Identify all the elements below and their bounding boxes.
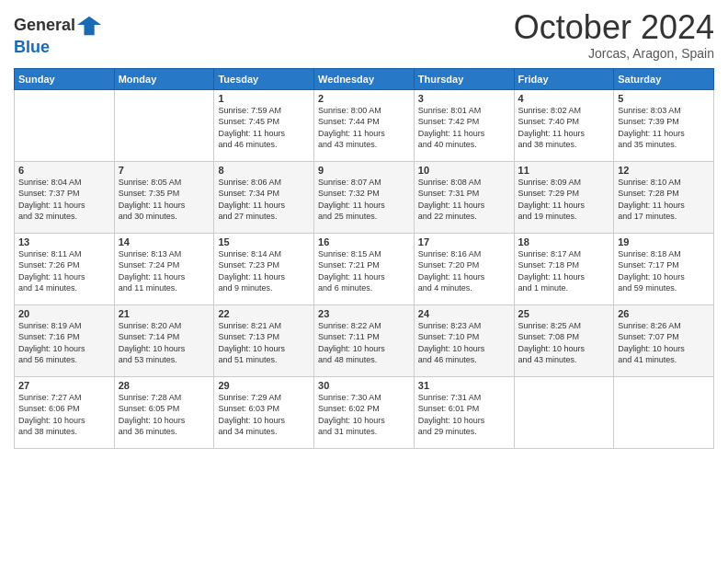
day-info: Sunrise: 7:59 AM Sunset: 7:45 PM Dayligh…: [218, 105, 310, 151]
calendar-cell: 30Sunrise: 7:30 AM Sunset: 6:02 PM Dayli…: [314, 376, 415, 448]
title-area: October 2024 Jorcas, Aragon, Spain: [514, 9, 714, 61]
calendar-cell: 23Sunrise: 8:22 AM Sunset: 7:11 PM Dayli…: [314, 304, 415, 376]
header-row: SundayMondayTuesdayWednesdayThursdayFrid…: [15, 68, 714, 89]
calendar-cell: 3Sunrise: 8:01 AM Sunset: 7:42 PM Daylig…: [414, 89, 514, 161]
calendar-cell: 5Sunrise: 8:03 AM Sunset: 7:39 PM Daylig…: [614, 89, 714, 161]
day-info: Sunrise: 8:20 AM Sunset: 7:14 PM Dayligh…: [119, 320, 210, 366]
week-row-1: 6Sunrise: 8:04 AM Sunset: 7:37 PM Daylig…: [15, 161, 714, 233]
calendar-cell: [15, 89, 115, 161]
day-number: 17: [418, 236, 510, 247]
calendar-cell: 22Sunrise: 8:21 AM Sunset: 7:13 PM Dayli…: [214, 304, 314, 376]
calendar-cell: 18Sunrise: 8:17 AM Sunset: 7:18 PM Dayli…: [514, 233, 614, 304]
day-number: 26: [618, 308, 710, 319]
day-info: Sunrise: 7:31 AM Sunset: 6:01 PM Dayligh…: [418, 392, 510, 438]
day-number: 15: [218, 236, 310, 247]
calendar-cell: 2Sunrise: 8:00 AM Sunset: 7:44 PM Daylig…: [314, 89, 415, 161]
day-number: 6: [18, 165, 110, 176]
calendar-cell: 10Sunrise: 8:08 AM Sunset: 7:31 PM Dayli…: [414, 161, 514, 233]
page: General Blue October 2024 Jorcas, Aragon…: [0, 0, 728, 563]
day-number: 27: [18, 380, 110, 391]
day-number: 2: [318, 93, 410, 104]
calendar-cell: 13Sunrise: 8:11 AM Sunset: 7:26 PM Dayli…: [15, 233, 115, 304]
month-title: October 2024: [514, 9, 714, 46]
day-info: Sunrise: 8:15 AM Sunset: 7:21 PM Dayligh…: [318, 248, 410, 294]
week-row-0: 1Sunrise: 7:59 AM Sunset: 7:45 PM Daylig…: [15, 89, 714, 161]
svg-marker-0: [77, 17, 101, 36]
calendar-cell: 1Sunrise: 7:59 AM Sunset: 7:45 PM Daylig…: [214, 89, 314, 161]
week-row-2: 13Sunrise: 8:11 AM Sunset: 7:26 PM Dayli…: [15, 233, 714, 304]
day-info: Sunrise: 8:01 AM Sunset: 7:42 PM Dayligh…: [418, 105, 510, 151]
header-wednesday: Wednesday: [314, 68, 415, 89]
day-info: Sunrise: 7:28 AM Sunset: 6:05 PM Dayligh…: [119, 392, 210, 438]
day-number: 3: [418, 93, 510, 104]
header: General Blue October 2024 Jorcas, Aragon…: [14, 9, 714, 61]
day-info: Sunrise: 8:19 AM Sunset: 7:16 PM Dayligh…: [18, 320, 110, 366]
calendar-cell: [514, 376, 614, 448]
calendar-cell: 12Sunrise: 8:10 AM Sunset: 7:28 PM Dayli…: [614, 161, 714, 233]
day-info: Sunrise: 7:27 AM Sunset: 6:06 PM Dayligh…: [18, 392, 110, 438]
logo-line1: General: [14, 17, 75, 35]
calendar-cell: [614, 376, 714, 448]
day-info: Sunrise: 8:02 AM Sunset: 7:40 PM Dayligh…: [518, 105, 610, 151]
day-info: Sunrise: 8:26 AM Sunset: 7:07 PM Dayligh…: [618, 320, 710, 366]
day-number: 9: [318, 165, 410, 176]
day-info: Sunrise: 8:23 AM Sunset: 7:10 PM Dayligh…: [418, 320, 510, 366]
day-info: Sunrise: 8:08 AM Sunset: 7:31 PM Dayligh…: [418, 177, 510, 223]
day-number: 18: [518, 236, 610, 247]
day-info: Sunrise: 8:11 AM Sunset: 7:26 PM Dayligh…: [18, 248, 110, 294]
day-number: 19: [618, 236, 710, 247]
calendar-cell: 7Sunrise: 8:05 AM Sunset: 7:35 PM Daylig…: [114, 161, 214, 233]
calendar-table: SundayMondayTuesdayWednesdayThursdayFrid…: [14, 68, 714, 449]
day-info: Sunrise: 8:13 AM Sunset: 7:24 PM Dayligh…: [119, 248, 210, 294]
day-number: 31: [418, 380, 510, 391]
header-monday: Monday: [114, 68, 214, 89]
day-number: 11: [518, 165, 610, 176]
day-info: Sunrise: 8:03 AM Sunset: 7:39 PM Dayligh…: [618, 105, 710, 151]
day-number: 4: [518, 93, 610, 104]
calendar-cell: 27Sunrise: 7:27 AM Sunset: 6:06 PM Dayli…: [15, 376, 115, 448]
day-number: 29: [218, 380, 310, 391]
day-number: 13: [18, 236, 110, 247]
header-thursday: Thursday: [414, 68, 514, 89]
calendar-cell: 19Sunrise: 8:18 AM Sunset: 7:17 PM Dayli…: [614, 233, 714, 304]
header-friday: Friday: [514, 68, 614, 89]
day-number: 7: [119, 165, 210, 176]
day-number: 1: [218, 93, 310, 104]
day-info: Sunrise: 8:14 AM Sunset: 7:23 PM Dayligh…: [218, 248, 310, 294]
calendar-cell: 15Sunrise: 8:14 AM Sunset: 7:23 PM Dayli…: [214, 233, 314, 304]
logo-line2: Blue: [14, 39, 103, 57]
calendar-cell: 25Sunrise: 8:25 AM Sunset: 7:08 PM Dayli…: [514, 304, 614, 376]
calendar-cell: 29Sunrise: 7:29 AM Sunset: 6:03 PM Dayli…: [214, 376, 314, 448]
calendar-cell: 8Sunrise: 8:06 AM Sunset: 7:34 PM Daylig…: [214, 161, 314, 233]
day-number: 22: [218, 308, 310, 319]
calendar-cell: 28Sunrise: 7:28 AM Sunset: 6:05 PM Dayli…: [114, 376, 214, 448]
day-info: Sunrise: 8:05 AM Sunset: 7:35 PM Dayligh…: [119, 177, 210, 223]
day-info: Sunrise: 8:09 AM Sunset: 7:29 PM Dayligh…: [518, 177, 610, 223]
day-number: 23: [318, 308, 410, 319]
day-number: 8: [218, 165, 310, 176]
calendar-cell: 24Sunrise: 8:23 AM Sunset: 7:10 PM Dayli…: [414, 304, 514, 376]
day-info: Sunrise: 7:29 AM Sunset: 6:03 PM Dayligh…: [218, 392, 310, 438]
calendar-cell: 26Sunrise: 8:26 AM Sunset: 7:07 PM Dayli…: [614, 304, 714, 376]
day-info: Sunrise: 8:00 AM Sunset: 7:44 PM Dayligh…: [318, 105, 410, 151]
day-info: Sunrise: 8:16 AM Sunset: 7:20 PM Dayligh…: [418, 248, 510, 294]
day-number: 20: [18, 308, 110, 319]
day-info: Sunrise: 8:22 AM Sunset: 7:11 PM Dayligh…: [318, 320, 410, 366]
day-number: 12: [618, 165, 710, 176]
calendar-cell: 31Sunrise: 7:31 AM Sunset: 6:01 PM Dayli…: [414, 376, 514, 448]
location: Jorcas, Aragon, Spain: [514, 46, 714, 61]
day-info: Sunrise: 8:10 AM Sunset: 7:28 PM Dayligh…: [618, 177, 710, 223]
week-row-4: 27Sunrise: 7:27 AM Sunset: 6:06 PM Dayli…: [15, 376, 714, 448]
day-number: 10: [418, 165, 510, 176]
day-number: 16: [318, 236, 410, 247]
logo: General Blue: [14, 13, 103, 57]
day-info: Sunrise: 7:30 AM Sunset: 6:02 PM Dayligh…: [318, 392, 410, 438]
day-number: 14: [119, 236, 210, 247]
day-info: Sunrise: 8:18 AM Sunset: 7:17 PM Dayligh…: [618, 248, 710, 294]
day-number: 25: [518, 308, 610, 319]
day-number: 5: [618, 93, 710, 104]
day-info: Sunrise: 8:07 AM Sunset: 7:32 PM Dayligh…: [318, 177, 410, 223]
calendar-cell: 9Sunrise: 8:07 AM Sunset: 7:32 PM Daylig…: [314, 161, 415, 233]
header-saturday: Saturday: [614, 68, 714, 89]
week-row-3: 20Sunrise: 8:19 AM Sunset: 7:16 PM Dayli…: [15, 304, 714, 376]
